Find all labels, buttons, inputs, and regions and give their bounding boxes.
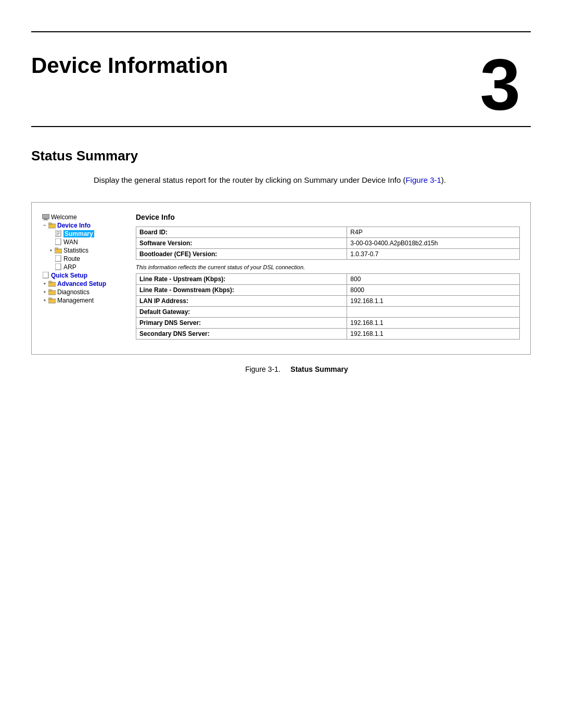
svg-rect-14: [43, 272, 48, 278]
nav-label-wan: WAN: [63, 239, 78, 246]
folder-icon-statistics: [55, 247, 62, 254]
nav-label-statistics: Statistics: [63, 247, 88, 254]
nav-label-management: Management: [57, 297, 94, 304]
panel-title: Device Info: [136, 213, 520, 221]
row-label-lan-ip: LAN IP Address:: [136, 295, 347, 306]
table-row: Board ID: R4P: [136, 227, 520, 237]
page-icon-quick-setup: [42, 272, 49, 279]
table-row: Line Rate - Upstream (Kbps): 800: [136, 273, 520, 284]
monitor-icon: [42, 214, 49, 221]
expand-icon-statistics: +: [48, 248, 54, 253]
row-value-lan-ip: 192.168.1.1: [347, 295, 520, 306]
svg-rect-11: [55, 248, 58, 249]
figure-caption: Figure 3-1. Status Summary: [0, 365, 562, 373]
table-row: Primary DNS Server: 192.168.1.1: [136, 317, 520, 328]
nav-panel: Welcome − Device Info: [42, 213, 125, 344]
device-info-panel: Device Info Board ID: R4P Software Versi…: [136, 213, 520, 344]
expand-icon-advanced: +: [42, 281, 47, 286]
table-row: Default Gateway:: [136, 306, 520, 317]
folder-icon-management: [48, 297, 56, 304]
nav-label-diagnostics: Diagnostics: [57, 288, 90, 296]
nav-item-summary[interactable]: Summary: [42, 230, 125, 238]
nav-label-route: Route: [63, 255, 80, 262]
content-area: Status Summary Display the general statu…: [0, 148, 562, 186]
nav-label-welcome: Welcome: [51, 214, 77, 221]
nav-label-summary: Summary: [63, 230, 94, 237]
row-label-gateway: Default Gateway:: [136, 306, 347, 317]
row-label-bootloader: Bootloader (CFE) Version:: [136, 248, 347, 259]
page-icon-arp: [55, 263, 62, 271]
svg-rect-1: [44, 219, 47, 220]
info-note: This information reflects the current st…: [136, 264, 520, 270]
page-icon-summary: [55, 230, 62, 237]
row-label-board-id: Board ID:: [136, 227, 347, 237]
svg-rect-12: [55, 255, 61, 261]
nav-label-arp: ARP: [63, 263, 76, 271]
svg-rect-2: [43, 220, 48, 220]
svg-rect-18: [48, 290, 52, 291]
nav-item-welcome[interactable]: Welcome: [42, 213, 125, 221]
table-row: LAN IP Address: 192.168.1.1: [136, 295, 520, 306]
svg-rect-9: [55, 239, 61, 245]
figure-label: Figure 3-1.: [245, 365, 280, 373]
nav-item-quick-setup[interactable]: Quick Setup: [42, 271, 125, 280]
chapter-number: 3: [480, 48, 531, 121]
row-label-downstream: Line Rate - Downstream (Kbps):: [136, 284, 347, 295]
page-icon-route: [55, 255, 62, 262]
nav-item-device-info[interactable]: − Device Info: [42, 221, 125, 230]
figure-title: Status Summary: [290, 365, 348, 373]
svg-rect-13: [55, 263, 61, 270]
figure-link[interactable]: Figure 3-1: [405, 175, 441, 184]
row-value-secondary-dns: 192.168.1.1: [347, 328, 520, 339]
info-table-status: Line Rate - Upstream (Kbps): 800 Line Ra…: [136, 273, 520, 340]
page-container: Device Information 3 Status Summary Disp…: [0, 31, 562, 728]
row-value-bootloader: 1.0.37-0.7: [347, 248, 520, 259]
mid-rule: [31, 126, 531, 127]
table-row: Bootloader (CFE) Version: 1.0.37-0.7: [136, 248, 520, 259]
table-row: Software Version: 3-00-03-0400.A2pB018b2…: [136, 237, 520, 248]
nav-label-advanced-setup: Advanced Setup: [57, 280, 106, 287]
row-label-secondary-dns: Secondary DNS Server:: [136, 328, 347, 339]
nav-item-management[interactable]: + Management: [42, 296, 125, 305]
table-row: Secondary DNS Server: 192.168.1.1: [136, 328, 520, 339]
collapse-icon-device-info: −: [42, 223, 47, 228]
chapter-header: Device Information 3: [0, 32, 562, 121]
row-value-gateway: [347, 306, 520, 317]
row-value-software: 3-00-03-0400.A2pB018b2.d15h: [347, 237, 520, 248]
row-value-upstream: 800: [347, 273, 520, 284]
table-row: Line Rate - Downstream (Kbps): 8000: [136, 284, 520, 295]
expand-icon-diagnostics: +: [42, 290, 47, 295]
nav-label-device-info: Device Info: [57, 222, 91, 229]
nav-item-statistics[interactable]: + Statistics: [42, 246, 125, 255]
section-description: Display the general status report for th…: [94, 174, 531, 186]
row-label-software: Software Version:: [136, 237, 347, 248]
section-title: Status Summary: [31, 148, 531, 164]
row-value-downstream: 8000: [347, 284, 520, 295]
chapter-title: Device Information: [31, 48, 228, 78]
svg-rect-16: [48, 281, 52, 283]
folder-icon-diagnostics: [48, 288, 56, 296]
nav-item-route[interactable]: Route: [42, 255, 125, 263]
nav-item-arp[interactable]: ARP: [42, 263, 125, 271]
info-table-main: Board ID: R4P Software Version: 3-00-03-…: [136, 227, 520, 260]
nav-item-wan[interactable]: WAN: [42, 238, 125, 246]
expand-icon-management: +: [42, 298, 47, 303]
nav-item-diagnostics[interactable]: + Diagnostics: [42, 288, 125, 296]
svg-rect-20: [48, 298, 52, 299]
folder-icon-device-info: [48, 222, 56, 229]
folder-icon-advanced: [48, 280, 56, 287]
nav-item-advanced-setup[interactable]: + Advanced Setup: [42, 280, 125, 288]
row-label-upstream: Line Rate - Upstream (Kbps):: [136, 273, 347, 284]
svg-rect-4: [48, 223, 52, 224]
svg-rect-0: [42, 214, 49, 219]
page-icon-wan: [55, 239, 62, 246]
row-value-board-id: R4P: [347, 227, 520, 237]
row-value-primary-dns: 192.168.1.1: [347, 317, 520, 328]
row-label-primary-dns: Primary DNS Server:: [136, 317, 347, 328]
nav-label-quick-setup: Quick Setup: [51, 272, 87, 279]
screenshot-box: Welcome − Device Info: [31, 202, 531, 355]
